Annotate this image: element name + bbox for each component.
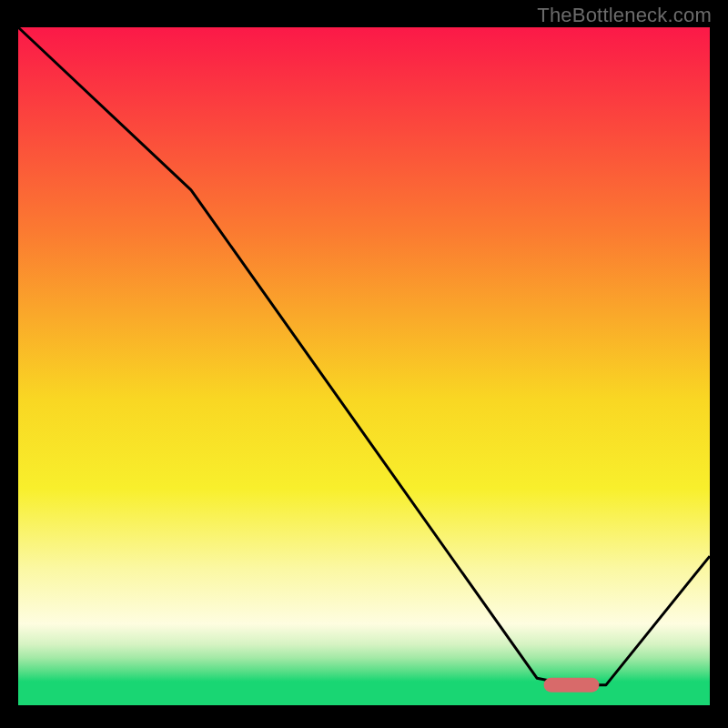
chart-frame	[0, 0, 18, 728]
optimal-range-marker	[544, 678, 600, 693]
watermark-text: TheBottleneck.com	[537, 4, 712, 27]
chart-container: TheBottleneck.com	[0, 0, 728, 728]
chart-frame	[0, 705, 728, 728]
chart-frame	[710, 0, 728, 728]
gradient-background	[18, 27, 710, 705]
bottleneck-chart	[0, 0, 728, 728]
